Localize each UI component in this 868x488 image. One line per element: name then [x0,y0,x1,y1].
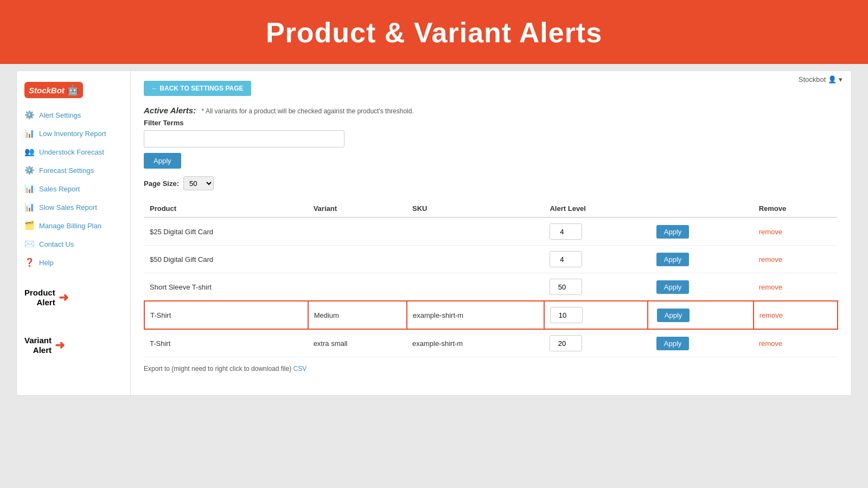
sidebar-item-understock-forecast[interactable]: 👥Understock Forecast [17,143,130,161]
sidebar-item-slow-sales-report[interactable]: 📊Slow Sales Report [17,198,130,216]
sidebar-item-help[interactable]: ❓Help [17,253,130,272]
sidebar-logo: StockBot 🤖 [17,76,130,106]
page-size-select[interactable]: 50 25 100 [183,176,214,190]
user-label: Stockbot [799,75,826,84]
cell-remove: remove [754,217,838,246]
remove-link[interactable]: remove [760,311,783,319]
remove-link[interactable]: remove [759,283,782,291]
nav-label-low-inventory-report: Low Inventory Report [39,130,106,138]
nav-label-help: Help [39,259,54,267]
sidebar-item-contact-us[interactable]: ✉️Contact Us [17,235,130,253]
filter-apply-button[interactable]: Apply [144,153,181,169]
table-row: T-Shirt Medium example-shirt-m Apply rem… [144,301,838,329]
topbar: Stockbot 👤 ▾ [799,75,843,84]
cell-product: T-Shirt [144,329,308,357]
nav-label-forecast-settings: Forecast Settings [39,166,94,175]
col-product: Product [144,200,308,217]
page-size-row: Page Size: 50 25 100 [144,176,838,190]
row-apply-button[interactable]: Apply [656,253,690,266]
nav-icon-understock-forecast: 👥 [24,147,35,157]
cell-apply-btn: Apply [648,217,754,246]
cell-sku: example-shirt-m [407,301,545,329]
cell-variant [308,246,407,273]
cell-remove: remove [754,329,838,357]
cell-apply-btn: Apply [648,273,754,301]
cell-product: $25 Digital Gift Card [144,217,308,246]
table-row: T-Shirt extra small example-shirt-m Appl… [144,329,838,357]
filter-terms-label: Filter Terms [144,119,838,127]
remove-link[interactable]: remove [759,255,782,264]
alert-level-input[interactable] [550,223,582,240]
table-row: $50 Digital Gift Card Apply remove [144,246,838,273]
col-alert-level: Alert Level [544,200,647,217]
remove-link[interactable]: remove [759,228,782,236]
cell-product: Short Sleeve T-shirt [144,273,308,301]
cell-apply-btn: Apply [648,246,754,273]
alert-level-input[interactable] [550,251,582,267]
table-row: Short Sleeve T-shirt Apply remove [144,273,838,301]
sidebar-item-low-inventory-report[interactable]: 📊Low Inventory Report [17,124,130,143]
sidebar-item-manage-billing-plan[interactable]: 🗂️Manage Billing Plan [17,216,130,235]
variant-alert-annotation: Variant Alert ➜ [24,336,68,355]
alert-table: Product Variant SKU Alert Level Remove $… [144,200,838,357]
product-alert-arrow: ➜ [59,291,68,305]
nav-label-slow-sales-report: Slow Sales Report [39,203,97,211]
sidebar-item-forecast-settings[interactable]: ⚙️Forecast Settings [17,161,130,179]
nav-label-contact-us: Contact Us [39,240,74,248]
active-alerts-subtitle: * All variants for a product will be che… [202,107,414,115]
product-alert-label: Product Alert [24,288,55,307]
row-apply-button[interactable]: Apply [656,280,690,294]
cell-remove: remove [754,273,838,301]
nav-label-alert-settings: Alert Settings [39,111,81,119]
app-container: Stockbot 👤 ▾ StockBot 🤖 ⚙️Alert Settings… [16,70,852,396]
row-apply-button[interactable]: Apply [656,337,690,350]
nav-label-manage-billing-plan: Manage Billing Plan [39,222,101,230]
cell-variant: extra small [308,329,407,357]
export-csv-link[interactable]: CSV [293,365,307,373]
nav-icon-help: ❓ [24,258,35,267]
page-size-label: Page Size: [144,179,179,188]
annotations-container: Product Alert ➜ Variant Alert ➜ [24,288,68,355]
product-alert-annotation: Product Alert ➜ [24,288,68,307]
filter-input[interactable] [144,130,344,147]
row-apply-button[interactable]: Apply [657,309,690,322]
cell-variant [308,217,407,246]
active-alerts-header: Active Alerts: * All variants for a prod… [144,106,838,115]
table-header-row: Product Variant SKU Alert Level Remove [144,200,838,217]
cell-apply-btn: Apply [648,301,754,329]
user-icon: 👤 ▾ [828,75,843,84]
export-line: Export to (might need to right click to … [144,365,838,373]
variant-alert-arrow: ➜ [55,338,65,352]
cell-alert-level [544,217,647,246]
logo-box[interactable]: StockBot 🤖 [24,82,83,98]
nav-label-sales-report: Sales Report [39,185,80,193]
sidebar-item-sales-report[interactable]: 📊Sales Report [17,179,130,198]
alert-level-input[interactable] [550,335,582,351]
back-button[interactable]: ← BACK TO SETTINGS PAGE [144,81,251,96]
cell-alert-level [544,246,647,273]
cell-variant: Medium [308,301,407,329]
nav-icon-alert-settings: ⚙️ [24,110,35,120]
cell-variant [308,273,407,301]
nav-label-understock-forecast: Understock Forecast [39,148,104,156]
cell-sku [407,273,545,301]
alert-level-input[interactable] [550,307,583,323]
cell-alert-level [544,273,647,301]
nav-icon-contact-us: ✉️ [24,239,35,249]
cell-product: T-Shirt [144,301,308,329]
sidebar-item-alert-settings[interactable]: ⚙️Alert Settings [17,106,130,124]
alert-level-input[interactable] [550,279,582,295]
cell-sku [407,246,545,273]
active-alerts-title: Active Alerts: [144,106,196,115]
nav-icon-low-inventory-report: 📊 [24,129,35,138]
cell-sku: example-shirt-m [407,329,545,357]
col-sku: SKU [407,200,545,217]
logo-icon: 🤖 [67,84,79,96]
nav-icon-slow-sales-report: 📊 [24,202,35,212]
remove-link[interactable]: remove [759,339,782,348]
cell-alert-level [544,329,647,357]
row-apply-button[interactable]: Apply [656,225,690,239]
banner: Product & Variant Alerts [0,0,868,64]
cell-apply-btn: Apply [648,329,754,357]
col-remove: Remove [754,200,838,217]
